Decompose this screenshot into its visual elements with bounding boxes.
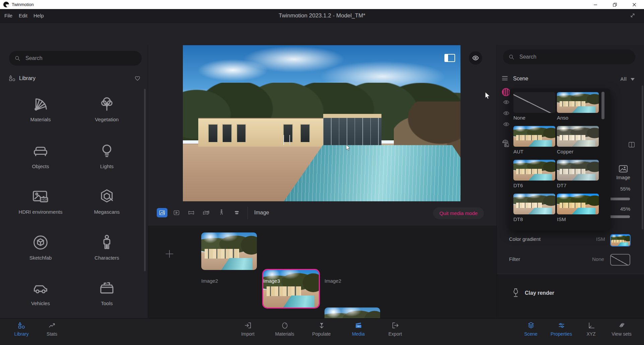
nav-scene[interactable]: Scene [515,321,547,337]
media-type-panorama-button[interactable] [186,208,197,217]
library-item-megascans[interactable]: Megascans [77,188,137,215]
nav-properties[interactable]: Properties [545,321,577,337]
library-item-materials[interactable]: Materials [10,95,71,122]
panel-toggle-icon[interactable] [444,54,455,62]
media-type-image-button[interactable] [157,208,167,217]
library-item-characters[interactable]: Characters [77,233,137,261]
library-shapes-icon [17,321,26,330]
library-shapes-icon [8,74,16,82]
eye-visibility-icon[interactable] [503,99,510,105]
titlebar: Twinmotion [0,0,644,9]
style-option-anso-label: Anso [557,115,568,121]
viewport-house [198,118,340,147]
nav-media[interactable]: Media [342,321,374,337]
nav-stats[interactable]: Stats [36,321,68,337]
style-preset-dropdown: None Anso AUT Copper DT6 DT7 DT8 ISM [509,88,611,230]
color-gradient-value: ISM [596,236,605,242]
nav-export[interactable]: Export [379,321,411,337]
minimize-button[interactable] [586,0,605,9]
nav-populate[interactable]: Populate [305,321,338,337]
media-type-panorama-set-button[interactable] [200,208,212,218]
quit-media-mode-button[interactable]: Quit media mode [433,207,484,219]
library-scrollbar[interactable] [144,89,146,271]
library-item-sketchfab[interactable]: Sketchfab [10,233,71,261]
scene-search-input[interactable] [519,54,630,60]
nav-import[interactable]: Import [232,321,264,337]
nav-library[interactable]: Library [5,321,38,337]
style-option-dt6[interactable] [513,160,555,181]
export-icon [391,321,400,330]
library-item-lights[interactable]: Lights [77,142,137,169]
filter-none-swatch[interactable] [610,254,630,266]
library-section-label: Library [19,75,35,81]
sofa-icon [31,142,50,160]
scene-panel-scrollbar[interactable] [642,85,643,229]
media-type-presentation-button[interactable] [217,207,226,218]
plant-icon [317,321,326,330]
scene-search[interactable] [503,50,635,64]
library-search[interactable] [9,51,142,66]
style-option-none[interactable] [513,92,555,113]
library-item-objects[interactable]: Objects [10,142,71,169]
library-item-hdri-environments[interactable]: HDR HDRI environments [10,188,71,215]
stats-arrow-icon [48,321,56,330]
scene-menu-icon[interactable] [501,75,508,81]
sliders-icon [557,321,566,330]
style-option-dt6-label: DT6 [513,183,523,188]
library-item-tools[interactable]: Tools [77,279,137,306]
media-toolbar-divider [247,207,248,219]
media-thumbnail-2-selected[interactable] [263,270,319,307]
restore-button[interactable] [605,0,625,9]
hdri-dome-icon[interactable] [501,140,510,148]
expand-viewport-icon[interactable] [629,12,636,19]
library-search-input[interactable] [25,55,136,62]
style-option-dt7[interactable] [557,160,599,181]
style-option-copper[interactable] [557,126,599,147]
style-option-dt7-label: DT7 [557,183,566,188]
media-thumbnail-1[interactable] [201,232,257,270]
nav-materials[interactable]: Materials [269,321,301,337]
render-viewport[interactable] [183,45,460,201]
media-type-phasing-button[interactable] [232,208,242,217]
filter-label: Filter [509,256,520,262]
style-option-anso[interactable] [557,92,599,113]
nav-xyz[interactable]: XYZ [575,321,607,337]
library-item-vegetation[interactable]: Vegetation [77,95,137,122]
svg-text:HDR: HDR [41,198,48,201]
style-option-none-label: None [513,115,525,121]
twinmotion-window: Twinmotion File Edit Help Twinmotion 202… [0,0,644,345]
clapper-icon [354,321,363,330]
twinmotion-logo-icon [3,2,9,7]
style-option-aut[interactable] [513,126,555,147]
dropdown-scrollbar[interactable] [601,92,604,119]
materials-fan-icon [31,95,50,113]
image-layer-label: Image [613,175,634,180]
bulb-icon [98,142,116,160]
clay-render-label[interactable]: Clay render [525,290,554,296]
layers-icon [527,321,535,330]
style-option-dt8[interactable] [513,194,555,214]
chevron-down-icon[interactable] [630,78,635,81]
add-media-button[interactable] [164,249,175,259]
mouse-cursor [485,92,491,99]
favorites-heart-icon[interactable] [134,75,141,82]
app-name: Twinmotion [12,2,34,7]
library-item-vehicles[interactable]: Vehicles [10,279,71,306]
color-gradient-swatch[interactable] [610,234,631,247]
media-type-video-button[interactable] [171,208,182,217]
split-view-icon[interactable] [628,142,635,148]
style-option-ism[interactable] [557,194,599,214]
clay-vase-icon[interactable] [511,287,520,299]
viewport-cursor [346,145,351,151]
media-thumbnail-strip [148,225,497,319]
visibility-eye-button[interactable] [469,51,482,65]
opacity-value-bottom: 45% [615,206,630,212]
sketchfab-cube-icon [31,233,50,252]
eye-visibility-icon[interactable] [503,111,510,116]
menubar: File Edit Help Twinmotion 2023.1.2 - Mod… [0,9,644,23]
nav-view-sets[interactable]: View sets [605,321,638,337]
scene-scope-filter[interactable]: All [620,76,627,82]
close-button[interactable] [625,0,644,9]
scene-object-ball-icon[interactable] [502,88,510,96]
eye-visibility-icon[interactable] [503,122,510,127]
